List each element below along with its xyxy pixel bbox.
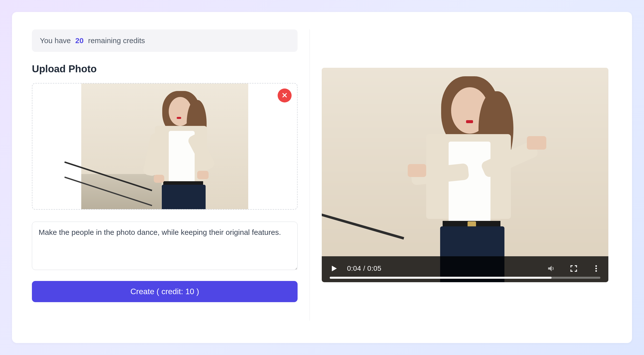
right-column: 0:04 / 0:05 bbox=[310, 30, 612, 320]
video-frame bbox=[322, 68, 608, 282]
upload-title: Upload Photo bbox=[32, 63, 298, 74]
fullscreen-icon[interactable] bbox=[570, 264, 578, 273]
svg-point-4 bbox=[595, 265, 597, 267]
svg-marker-2 bbox=[332, 266, 337, 272]
play-icon[interactable] bbox=[330, 264, 338, 273]
uploaded-photo-thumbnail bbox=[81, 84, 248, 209]
svg-point-6 bbox=[595, 270, 597, 272]
credits-suffix: remaining credits bbox=[88, 36, 145, 45]
video-progress-bar[interactable] bbox=[330, 277, 600, 279]
main-card: You have 20 remaining credits Upload Pho… bbox=[12, 12, 632, 343]
left-column: You have 20 remaining credits Upload Pho… bbox=[32, 30, 310, 320]
credits-banner: You have 20 remaining credits bbox=[32, 30, 298, 52]
remove-photo-button[interactable] bbox=[278, 88, 292, 102]
video-progress-fill bbox=[330, 277, 552, 279]
volume-icon[interactable] bbox=[547, 264, 556, 273]
svg-marker-3 bbox=[548, 266, 552, 272]
video-time: 0:04 / 0:05 bbox=[347, 264, 382, 272]
svg-point-5 bbox=[595, 268, 597, 269]
credits-prefix: You have bbox=[40, 36, 71, 45]
close-icon bbox=[281, 92, 288, 100]
video-player[interactable]: 0:04 / 0:05 bbox=[322, 68, 608, 282]
upload-dropzone[interactable] bbox=[32, 83, 298, 210]
more-options-icon[interactable] bbox=[592, 264, 600, 273]
credits-count: 20 bbox=[75, 36, 84, 45]
prompt-textarea[interactable] bbox=[32, 222, 298, 270]
create-button[interactable]: Create ( credit: 10 ) bbox=[32, 281, 298, 302]
video-controls: 0:04 / 0:05 bbox=[322, 256, 608, 282]
